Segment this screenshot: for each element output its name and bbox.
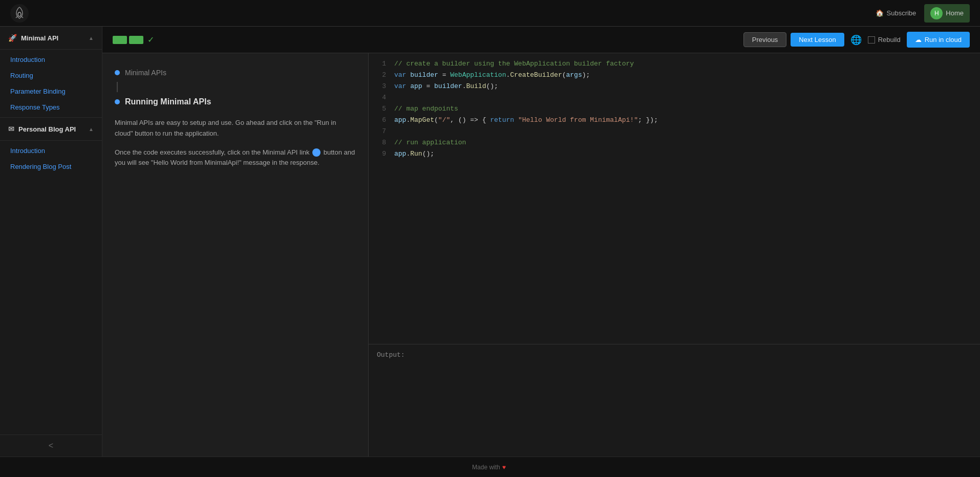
lesson-nav-item-2[interactable]: Running Minimal APIs	[115, 92, 356, 112]
line-content-7	[394, 126, 980, 137]
toolbar-center: Previous Next Lesson	[743, 32, 844, 47]
chevron-up-icon: ▲	[89, 35, 94, 41]
line-content-6: app.MapGet("/", () => { return "Hello Wo…	[394, 115, 980, 126]
rebuild-checkbox[interactable]	[868, 36, 875, 44]
subscribe-button[interactable]: 🏠 Subscribe	[876, 9, 917, 17]
line-content-4	[394, 92, 980, 103]
code-line-8: 8 // run application	[369, 137, 980, 148]
rocket-icon	[10, 4, 29, 23]
sidebar-item-parameter-binding[interactable]: Parameter Binding	[0, 83, 102, 99]
home-label: Home	[946, 9, 964, 17]
toolbar-right: 🌐 Rebuild ☁ Run in cloud	[850, 32, 970, 48]
run-in-cloud-button[interactable]: ☁ Run in cloud	[907, 32, 970, 48]
collapse-left-icon: <	[49, 441, 53, 450]
sidebar-section-header-1[interactable]: 🚀 Minimal API ▲	[0, 27, 102, 50]
lesson-body: Minimal APIs are easy to setup and use. …	[115, 118, 356, 168]
line-number-6: 6	[369, 115, 394, 126]
lesson-content: Minimal APIs Running Minimal APIs Minima…	[102, 53, 368, 187]
line-content-9: app.Run();	[394, 148, 980, 160]
sidebar-section-minimal-api: 🚀 Minimal API ▲ Introduction Routing Par…	[0, 27, 102, 117]
tab-indicator-2	[129, 36, 143, 44]
check-icon: ✓	[147, 35, 154, 45]
line-number-9: 9	[369, 148, 394, 160]
line-number-4: 4	[369, 92, 394, 103]
link-globe-icon	[312, 148, 321, 157]
topbar-left	[10, 4, 29, 23]
nav-item-2-label: Running Minimal APIs	[125, 97, 211, 106]
run-cloud-label: Run in cloud	[925, 36, 962, 44]
lesson-paragraph-1: Minimal APIs are easy to setup and use. …	[115, 118, 356, 139]
sidebar-section-header-2[interactable]: ✉ Personal Blog API ▲	[0, 117, 102, 141]
code-line-3: 3 var app = builder.Build();	[369, 81, 980, 92]
split-pane: Minimal APIs Running Minimal APIs Minima…	[102, 53, 980, 457]
nav-item-1-label: Minimal APIs	[125, 69, 166, 77]
next-lesson-button[interactable]: Next Lesson	[791, 33, 844, 47]
toolbar-left: ✓	[113, 35, 737, 45]
footer-made-with: Made with	[472, 464, 500, 471]
mail-section-icon: ✉	[8, 125, 14, 133]
sidebar: 🚀 Minimal API ▲ Introduction Routing Par…	[0, 27, 102, 457]
nav-dot-2	[115, 99, 120, 104]
sidebar-item-introduction[interactable]: Introduction	[0, 52, 102, 68]
lesson-nav-item-1[interactable]: Minimal APIs	[115, 63, 356, 82]
sidebar-item-blog-introduction[interactable]: Introduction	[0, 143, 102, 159]
rebuild-label: Rebuild	[878, 36, 901, 44]
lesson-panel: Minimal APIs Running Minimal APIs Minima…	[102, 53, 369, 457]
lesson-paragraph-2: Once the code executes successfully, cli…	[115, 147, 356, 169]
line-number-2: 2	[369, 70, 394, 81]
sidebar-item-response-types[interactable]: Response Types	[0, 99, 102, 115]
main-layout: 🚀 Minimal API ▲ Introduction Routing Par…	[0, 27, 980, 457]
line-content-2: var builder = WebApplication.CreateBuild…	[394, 70, 980, 81]
previous-button[interactable]: Previous	[743, 32, 787, 47]
rocket-section-icon: 🚀	[8, 34, 17, 42]
footer: Made with ♥	[0, 457, 980, 477]
avatar: H	[930, 7, 943, 19]
output-panel: Output:	[369, 344, 980, 457]
subscribe-label: Subscribe	[887, 9, 917, 17]
line-content-1: // create a builder using the WebApplica…	[394, 58, 980, 70]
line-number-7: 7	[369, 126, 394, 137]
section1-items: Introduction Routing Parameter Binding R…	[0, 50, 102, 117]
line-content-3: var app = builder.Build();	[394, 81, 980, 92]
code-line-7: 7	[369, 126, 980, 137]
code-line-6: 6 app.MapGet("/", () => { return "Hello …	[369, 115, 980, 126]
code-panel: 1 // create a builder using the WebAppli…	[369, 53, 980, 457]
code-line-1: 1 // create a builder using the WebAppli…	[369, 58, 980, 70]
sidebar-item-rendering-blog-post[interactable]: Rendering Blog Post	[0, 159, 102, 175]
toolbar: ✓ Previous Next Lesson 🌐 Rebuild ☁ Run i…	[102, 27, 980, 53]
section1-title: Minimal API	[21, 34, 58, 42]
line-number-1: 1	[369, 58, 394, 70]
topbar-right: 🏠 Subscribe H Home	[876, 4, 970, 23]
home-button[interactable]: H Home	[924, 4, 970, 23]
line-number-5: 5	[369, 103, 394, 115]
sidebar-section-personal-blog: ✉ Personal Blog API ▲ Introduction Rende…	[0, 117, 102, 177]
section2-title: Personal Blog API	[18, 125, 76, 133]
section2-header-left: ✉ Personal Blog API	[8, 125, 76, 133]
code-line-5: 5 // map endpoints	[369, 103, 980, 115]
globe-button[interactable]: 🌐	[850, 34, 862, 46]
code-line-4: 4	[369, 92, 980, 103]
section2-items: Introduction Rendering Blog Post	[0, 141, 102, 177]
sidebar-collapse-button[interactable]: <	[0, 435, 102, 457]
nav-dot-1	[115, 70, 120, 75]
chevron-down-icon: ▲	[89, 126, 94, 132]
cloud-icon: ☁	[915, 36, 922, 44]
topbar: 🏠 Subscribe H Home	[0, 0, 980, 27]
home-icon: 🏠	[876, 9, 884, 17]
content-area: ✓ Previous Next Lesson 🌐 Rebuild ☁ Run i…	[102, 27, 980, 457]
code-line-2: 2 var builder = WebApplication.CreateBui…	[369, 70, 980, 81]
rebuild-container: Rebuild	[868, 36, 901, 44]
line-content-5: // map endpoints	[394, 103, 980, 115]
line-number-8: 8	[369, 137, 394, 148]
output-label: Output:	[377, 351, 405, 359]
tab-indicator-1	[113, 36, 127, 44]
nav-divider	[117, 82, 118, 92]
code-editor[interactable]: 1 // create a builder using the WebAppli…	[369, 53, 980, 344]
sidebar-item-routing[interactable]: Routing	[0, 68, 102, 83]
section1-header-left: 🚀 Minimal API	[8, 34, 58, 42]
code-line-9: 9 app.Run();	[369, 148, 980, 160]
heart-icon: ♥	[502, 464, 506, 471]
line-number-3: 3	[369, 81, 394, 92]
line-content-8: // run application	[394, 137, 980, 148]
